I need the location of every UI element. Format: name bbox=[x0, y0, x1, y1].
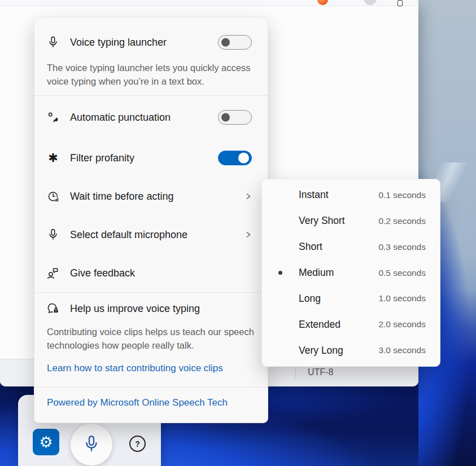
launcher-description: The voice typing launcher lets you quick… bbox=[47, 61, 260, 88]
section-divider bbox=[34, 95, 268, 96]
selected-dot bbox=[273, 349, 287, 353]
microphone-button[interactable] bbox=[71, 424, 112, 465]
punctuation-icon bbox=[46, 111, 60, 124]
wait-option-short[interactable]: Short 0.3 seconds bbox=[262, 234, 440, 260]
select-microphone-row[interactable]: Select default microphone bbox=[34, 216, 268, 254]
selected-dot bbox=[273, 219, 287, 223]
microphone-icon bbox=[46, 36, 60, 49]
automatic-punctuation-row[interactable]: Automatic punctuation bbox=[34, 98, 268, 137]
option-value: 0.3 seconds bbox=[378, 242, 426, 252]
option-label: Short bbox=[299, 241, 322, 253]
give-feedback-label: Give feedback bbox=[70, 267, 135, 279]
chevron-right-icon bbox=[244, 192, 252, 200]
option-value: 0.1 seconds bbox=[378, 190, 426, 200]
microphone-icon bbox=[82, 434, 101, 455]
voice-typing-launcher-label: Voice typing launcher bbox=[70, 37, 167, 49]
gear-icon: ⚙ bbox=[39, 434, 53, 450]
wait-option-extended[interactable]: Extended 2.0 seconds bbox=[262, 311, 440, 337]
asterisk-icon: ✱ bbox=[46, 152, 60, 164]
wait-option-medium[interactable]: Medium 0.5 seconds bbox=[262, 260, 440, 286]
option-label: Very Long bbox=[299, 345, 343, 357]
toggle-knob bbox=[221, 113, 230, 122]
wait-time-submenu: Instant 0.1 seconds Very Short 0.2 secon… bbox=[261, 179, 440, 367]
voice-typing-launcher-toggle[interactable] bbox=[218, 35, 252, 50]
clock-wait-icon bbox=[46, 190, 60, 203]
wait-option-very-long[interactable]: Very Long 3.0 seconds bbox=[262, 337, 440, 363]
option-value: 0.5 seconds bbox=[378, 268, 426, 278]
screen: UTF-8 ⚙ ? bbox=[0, 0, 476, 466]
automatic-punctuation-toggle[interactable] bbox=[218, 110, 252, 125]
profile-avatar[interactable] bbox=[364, 0, 377, 5]
toggle-knob bbox=[221, 38, 230, 47]
selected-dot bbox=[273, 271, 287, 275]
voice-typing-launcher-row[interactable]: Voice typing launcher bbox=[34, 25, 268, 59]
voice-typing-settings-flyout: Voice typing launcher The voice typing l… bbox=[34, 17, 268, 423]
chevron-right-icon bbox=[244, 231, 252, 239]
select-microphone-label: Select default microphone bbox=[70, 229, 187, 241]
selected-dot bbox=[273, 323, 287, 327]
device-icon[interactable] bbox=[398, 0, 403, 6]
option-label: Long bbox=[299, 293, 321, 305]
selected-dot bbox=[273, 297, 287, 301]
settings-button[interactable]: ⚙ bbox=[33, 429, 59, 455]
help-improve-description: Contributing voice clips helps us teach … bbox=[47, 325, 260, 352]
browser-extension-icon[interactable] bbox=[317, 0, 328, 5]
selected-dot bbox=[273, 193, 287, 197]
learn-contributing-link[interactable]: Learn how to start contributing voice cl… bbox=[47, 363, 223, 374]
option-value: 1.0 seconds bbox=[378, 293, 426, 304]
wait-time-label: Wait time before acting bbox=[70, 191, 173, 203]
speech-bubble-lock-icon bbox=[46, 302, 60, 315]
wait-time-row[interactable]: Wait time before acting bbox=[34, 177, 268, 216]
wait-option-long[interactable]: Long 1.0 seconds bbox=[262, 285, 440, 311]
help-button[interactable]: ? bbox=[129, 436, 146, 452]
toggle-knob bbox=[238, 153, 249, 164]
status-bar-separator bbox=[295, 367, 296, 380]
option-value: 2.0 seconds bbox=[378, 319, 426, 329]
option-label: Very Short bbox=[299, 215, 345, 227]
option-value: 3.0 seconds bbox=[378, 345, 426, 355]
selected-dot bbox=[273, 245, 287, 249]
option-label: Extended bbox=[299, 319, 340, 331]
option-value: 0.2 seconds bbox=[378, 216, 426, 226]
microphone-icon bbox=[46, 228, 60, 241]
section-divider bbox=[34, 292, 268, 293]
wait-option-instant[interactable]: Instant 0.1 seconds bbox=[262, 182, 440, 208]
option-label: Instant bbox=[299, 189, 329, 201]
filter-profanity-row[interactable]: ✱ Filter profanity bbox=[34, 139, 268, 177]
give-feedback-row[interactable]: Give feedback bbox=[34, 254, 268, 292]
automatic-punctuation-label: Automatic punctuation bbox=[70, 112, 171, 124]
help-improve-label: Help us improve voice typing bbox=[70, 303, 200, 315]
section-divider bbox=[34, 387, 268, 388]
powered-by-link[interactable]: Powered by Microsoft Online Speech Tech bbox=[47, 397, 228, 408]
filter-profanity-toggle[interactable] bbox=[218, 151, 252, 165]
encoding-status: UTF-8 bbox=[308, 367, 333, 377]
question-mark-icon: ? bbox=[135, 439, 140, 449]
option-label: Medium bbox=[299, 267, 334, 279]
browser-toolbar-sliver bbox=[0, 0, 418, 6]
help-improve-row[interactable]: Help us improve voice typing bbox=[34, 295, 268, 322]
filter-profanity-label: Filter profanity bbox=[70, 152, 134, 164]
wait-option-very-short[interactable]: Very Short 0.2 seconds bbox=[262, 208, 440, 234]
feedback-icon bbox=[46, 266, 60, 280]
